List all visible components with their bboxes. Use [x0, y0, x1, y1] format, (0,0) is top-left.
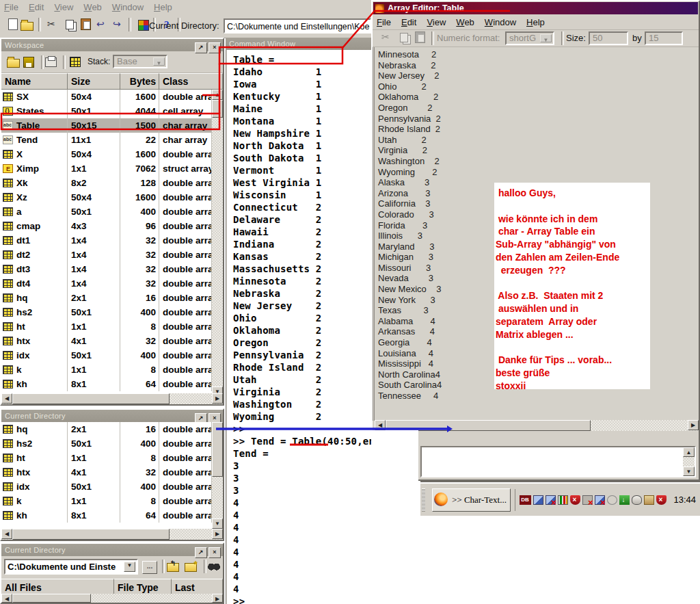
- array-editor-row[interactable]: Arizona 3: [378, 188, 442, 199]
- chevron-down-icon[interactable]: ▼: [540, 34, 552, 42]
- print-icon[interactable]: [45, 55, 59, 68]
- array-editor-row[interactable]: Nebraska 2: [378, 60, 442, 71]
- browser-horizontal-scrollbar[interactable]: ◀ ▶: [1, 594, 223, 603]
- browse-button[interactable]: ...: [142, 561, 157, 574]
- array-editor-row[interactable]: Louisiana 4: [378, 348, 442, 359]
- paste-icon[interactable]: [412, 31, 426, 44]
- array-editor-row[interactable]: Georgia 4: [378, 337, 442, 348]
- find-files-icon[interactable]: [208, 560, 221, 572]
- network-error-icon[interactable]: [546, 495, 556, 505]
- table-row[interactable]: idx50x1400double array: [1, 348, 212, 363]
- simulink-icon[interactable]: [135, 18, 149, 31]
- table-row[interactable]: dt31x432double array: [1, 262, 212, 276]
- table-row[interactable]: Xz50x41600double array: [1, 190, 212, 205]
- current-directory-input[interactable]: C:\Dokumente und Einstellungen\Koernig: [224, 18, 371, 34]
- array-editor-row[interactable]: Wyoming 2: [378, 167, 442, 178]
- mouse-icon[interactable]: [632, 495, 642, 505]
- array-editor-row[interactable]: Maryland 3: [378, 241, 442, 252]
- audio-error-icon[interactable]: [582, 495, 593, 505]
- array-editor-row[interactable]: California 3: [378, 198, 442, 209]
- new-document-icon[interactable]: [4, 18, 18, 31]
- table-row[interactable]: idx50x1400double array: [1, 480, 212, 494]
- table-row[interactable]: Xk8x2128double array: [1, 176, 212, 190]
- scroll-right-icon[interactable]: ▶: [212, 529, 223, 539]
- stack-select[interactable]: Base ▼: [113, 55, 167, 68]
- size-rows-field[interactable]: 50: [589, 31, 628, 45]
- taskbar-grip[interactable]: [422, 488, 425, 512]
- scroll-left-icon[interactable]: ◀: [1, 594, 12, 603]
- table-row[interactable]: hs250x1400double array: [1, 305, 212, 319]
- menu-window[interactable]: Window: [482, 15, 524, 29]
- panel-vertical-scrollbar[interactable]: ▼: [212, 422, 223, 529]
- paste-icon[interactable]: [78, 18, 92, 31]
- menu-help[interactable]: Help: [151, 0, 180, 15]
- table-row[interactable]: X50x41600double array: [1, 147, 212, 161]
- table-row[interactable]: dt41x432double array: [1, 276, 212, 291]
- table-row[interactable]: States50x14044cell array: [1, 104, 212, 118]
- table-row[interactable]: a50x1400double array: [1, 205, 212, 219]
- menu-edit[interactable]: Edit: [26, 0, 51, 15]
- scroll-left-icon[interactable]: ◀: [1, 529, 12, 539]
- menu-edit[interactable]: Edit: [399, 15, 424, 29]
- db-badge[interactable]: DB: [520, 495, 531, 505]
- array-editor-row[interactable]: Alabama 4: [378, 316, 442, 327]
- scroll-down-icon[interactable]: ▼: [212, 518, 223, 529]
- redo-icon[interactable]: [111, 18, 124, 31]
- array-editor-row[interactable]: Nevada 3: [378, 273, 442, 284]
- table-row[interactable]: dt21x432double array: [1, 248, 212, 262]
- table-row[interactable]: Table50x151500char array: [1, 118, 212, 133]
- panel-horizontal-scrollbar[interactable]: ◀ ▶: [1, 529, 223, 540]
- column-all-files[interactable]: All Files: [1, 579, 114, 595]
- array-editor-row[interactable]: Oregon 2: [378, 103, 442, 114]
- array-editor-row[interactable]: South Carolina4: [378, 380, 442, 391]
- new-folder-icon[interactable]: [185, 560, 198, 572]
- command-window-content[interactable]: Table =Idaho 1Iowa 1Kentucky 1Maine 1Mon…: [226, 50, 371, 604]
- taskbar-clock[interactable]: 13:44: [673, 495, 696, 505]
- workspace-column-headers[interactable]: Name Size Bytes Class: [1, 73, 223, 90]
- table-row[interactable]: k1x18double array: [1, 363, 212, 377]
- array-editor-row[interactable]: New Mexico 3: [378, 284, 442, 295]
- array-editor-row[interactable]: Pennsylvania 2: [378, 114, 442, 124]
- array-editor-row[interactable]: Utah 2: [378, 135, 442, 146]
- array-editor-row[interactable]: Illinois 3: [378, 231, 442, 241]
- table-row[interactable]: ht1x18double array: [1, 451, 212, 465]
- scroll-left-icon[interactable]: ◀: [1, 393, 12, 404]
- array-editor-row[interactable]: Ohio 2: [378, 81, 442, 92]
- open-folder-icon[interactable]: [7, 55, 21, 68]
- column-last-modified[interactable]: Last: [172, 579, 223, 595]
- array-editor-row[interactable]: Arkansas 4: [378, 326, 442, 337]
- table-row[interactable]: dt11x432double array: [1, 233, 212, 248]
- file-list-headers[interactable]: All Files File Type Last: [1, 579, 223, 595]
- table-row[interactable]: kh8x164double array: [1, 508, 212, 523]
- text-input-area[interactable]: ▲ ▼: [420, 446, 696, 477]
- column-file-type[interactable]: File Type: [114, 579, 172, 595]
- table-row[interactable]: Ximp1x17062struct array: [1, 161, 212, 176]
- copy-icon[interactable]: [396, 31, 409, 44]
- array-editor-row[interactable]: North Carolina4: [378, 369, 442, 380]
- scroll-right-icon[interactable]: ▶: [212, 594, 223, 603]
- table-row[interactable]: Tend11x122char array: [1, 133, 212, 147]
- table-row[interactable]: hq2x116double array: [1, 291, 212, 305]
- utility-icon[interactable]: [644, 495, 654, 505]
- array-editor-row[interactable]: New York 3: [378, 295, 442, 306]
- chevron-down-icon[interactable]: ▼: [153, 57, 165, 66]
- size-cols-field[interactable]: 15: [645, 31, 683, 45]
- array-editor-row[interactable]: Florida 3: [378, 220, 442, 231]
- menu-web[interactable]: Web: [81, 0, 109, 15]
- directory-path-select[interactable]: C:\Dokumente und Einste ▼: [4, 559, 138, 575]
- workspace-vertical-scrollbar[interactable]: ▲ ▼: [212, 90, 223, 397]
- scroll-down-icon[interactable]: ▼: [683, 467, 695, 476]
- menu-view[interactable]: View: [51, 0, 81, 15]
- save-icon[interactable]: [23, 55, 37, 68]
- table-row[interactable]: htx4x132double array: [1, 334, 212, 348]
- menu-file[interactable]: File: [1, 0, 26, 15]
- copy-icon[interactable]: [62, 18, 75, 31]
- up-directory-icon[interactable]: [167, 560, 180, 572]
- workspace-horizontal-scrollbar[interactable]: ◀ ▶: [1, 393, 223, 404]
- scroll-right-icon[interactable]: ▶: [212, 393, 223, 404]
- array-editor-row[interactable]: Minnesota 2: [378, 49, 442, 60]
- array-editor-row[interactable]: Alaska 3: [378, 177, 442, 188]
- array-editor-row[interactable]: New Jersey 2: [378, 70, 442, 81]
- table-row[interactable]: hs250x1400double array: [1, 436, 212, 451]
- shield-icon[interactable]: [570, 495, 580, 505]
